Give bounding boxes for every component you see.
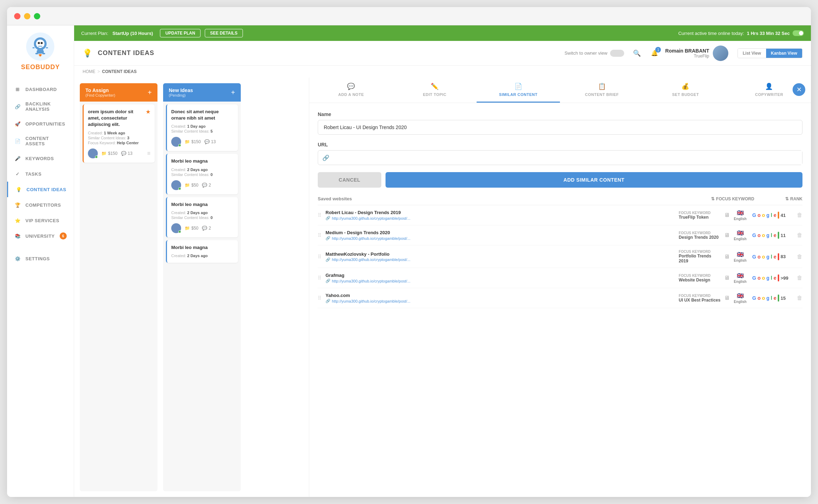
new-ideas-card-3-footer: 📁$50 💬2 [171,223,234,233]
add-note-icon: 💬 [347,83,355,90]
sidebar-item-settings[interactable]: ⚙️ SETTINGS [7,251,74,266]
delete-website-3[interactable]: 🗑 [797,275,802,281]
close-panel-button[interactable]: ✕ [793,83,805,96]
delete-website-2[interactable]: 🗑 [797,254,802,260]
logo-text: SEOBUDDY [21,63,60,71]
see-details-button[interactable]: SEE DETAILS [205,29,243,37]
focus-keyword-cell-1: FOCUS KEYWORD Design Trends 2020 [679,231,721,240]
new-ideas-card-1-avatar [171,137,181,147]
plan-name: StartUp (10 Hours) [113,31,153,36]
minimize-dot[interactable] [24,13,30,19]
sidebar-item-opportunities[interactable]: 🚀 OPPORTUNITIES [7,116,74,132]
search-button[interactable]: 🔍 [630,46,644,60]
sidebar-item-backlink-analysis[interactable]: 🔗 BACKLINK ANALYSIS [7,97,74,116]
sidebar-item-content-assets[interactable]: 📄 CONTENT ASSETS [7,132,74,151]
sidebar-item-dashboard[interactable]: ⊞ DASHBOARD [7,81,74,97]
breadcrumb-current: CONTENT IDEAS [102,69,137,74]
sidebar-item-content-ideas[interactable]: 💡 CONTENT IDEAS [7,182,74,197]
panel-body: Name URL 🔗 CANCEL ADD SIMILAR CONTENT [309,103,811,497]
user-company: TrueFlip [665,54,709,59]
rocket-icon: 🚀 [14,120,21,127]
bulb-icon: 💡 [15,186,22,193]
update-plan-button[interactable]: UPDATE PLAN [160,29,200,37]
close-dot[interactable] [14,13,20,19]
tab-edit-topic[interactable]: ✏️ EDIT TOPIC [393,78,477,103]
university-badge: 6 [60,232,67,239]
rank-bar-4 [778,294,779,302]
new-ideas-card-2-budget: 📁$50 [185,183,198,188]
language-cell-1: 🇬🇧 English [734,230,747,241]
saved-websites-label: Saved websites [318,196,708,201]
add-similar-content-button[interactable]: ADD SIMILAR CONTENT [386,172,802,188]
url-field-input[interactable] [334,151,802,165]
drag-handle-2[interactable]: ⠿ [318,254,323,260]
copywriter-icon: 👤 [765,83,773,90]
focus-keyword-cell-3: FOCUS KEYWORD Website Design [679,274,721,283]
card-1-avatar [88,148,98,158]
website-row-4: ⠿ Yahoo.com 🔗http://yuma300.github.io/cr… [318,288,802,308]
maximize-dot[interactable] [34,13,40,19]
drag-handle-4[interactable]: ⠿ [318,295,323,301]
delete-website-1[interactable]: 🗑 [797,232,802,238]
new-ideas-card-1-budget: 📁$150 [185,139,201,144]
rank-cell-2: Google 83 [752,253,791,260]
kanban-col-to-assign: To Assign (Find Copywriter) + orem ipsum… [80,83,157,491]
tab-add-note[interactable]: 💬 ADD A NOTE [309,78,393,103]
active-time-label: Current active time online today: [678,31,744,36]
file-icon: 📄 [14,138,21,145]
svg-rect-7 [42,47,43,51]
notification-button[interactable]: 🔔 1 [650,48,659,58]
url-link-icon: 🔗 [318,154,334,161]
cancel-button[interactable]: CANCEL [318,172,381,188]
user-name: Romain BRABANT [665,48,709,54]
kanban-scroll: To Assign (Find Copywriter) + orem ipsum… [74,78,309,497]
tab-content-brief[interactable]: 📋 CONTENT BRIEF [560,78,644,103]
language-cell-4: 🇬🇧 English [734,292,747,304]
sidebar-item-vip-services[interactable]: ⭐ VIP SERVICES [7,213,74,228]
tab-similar-content[interactable]: 📄 SIMILAR CONTENT [477,78,560,103]
breadcrumb-home[interactable]: HOME [83,69,95,74]
drag-handle-1[interactable]: ⠿ [318,232,323,238]
card-1-budget: 📁$150 [101,151,118,156]
sidebar-item-university[interactable]: 📚 UNIVERSITY 6 [7,228,74,244]
monitor-icon-1: 🖥 [724,232,730,238]
col-add-to-assign[interactable]: + [148,89,152,97]
banner-right: Current active time online today: 1 Hrs … [678,30,804,36]
name-field-input[interactable] [318,120,802,135]
monitor-icon-4: 🖥 [724,295,730,301]
sidebar-item-keywords[interactable]: 🎤 KEYWORDS [7,151,74,166]
card-1-created: Created: 1 Week ago [88,131,150,135]
language-cell-2: 🇬🇧 English [734,251,747,262]
card-1-menu[interactable]: ≡ [147,150,150,157]
new-ideas-card-1-comments: 💬13 [204,139,216,144]
drag-handle-3[interactable]: ⠿ [318,275,323,281]
owner-toggle[interactable] [610,50,624,57]
new-ideas-card-3-title: Morbi leo magna [171,201,234,208]
language-cell-0: 🇬🇧 English [734,210,747,221]
new-ideas-card-4-title: Morbi leo magna [171,244,234,251]
svg-point-3 [41,42,43,44]
monitor-icon-2: 🖥 [724,254,730,260]
site-name-4: Yahoo.com [326,293,676,298]
sidebar-item-competitors[interactable]: 🏆 COMPETITORS [7,197,74,213]
banner-toggle[interactable] [793,30,804,36]
delete-website-4[interactable]: 🗑 [797,295,802,301]
col-add-new-ideas[interactable]: + [231,89,235,97]
list-view-button[interactable]: List View [738,49,766,58]
kanban-view-button[interactable]: Kanban View [766,49,802,58]
url-field-wrapper: 🔗 [318,150,802,165]
logo-icon [26,32,54,61]
site-name-2: MatthewKozlovsky - Portfolio [326,251,676,257]
tab-set-budget[interactable]: 💰 SET BUDGET [644,78,727,103]
site-url-1: 🔗http://yuma300.github.io/cryptogamble/p… [326,236,676,241]
site-info-3: Grafmag 🔗http://yuma300.github.io/crypto… [326,273,676,283]
content-brief-icon: 📋 [598,83,606,90]
website-row-0: ⠿ Robert Licau - Design Trends 2019 🔗htt… [318,205,802,225]
delete-website-0[interactable]: 🗑 [797,212,802,218]
language-cell-3: 🇬🇧 English [734,272,747,284]
drag-handle-0[interactable]: ⠿ [318,212,323,218]
rank-bar-2 [778,253,779,260]
card-1-star[interactable]: ★ [146,109,150,116]
sidebar-item-tasks[interactable]: ✓ TASKS [7,166,74,182]
rank-cell-1: Google 11 [752,232,791,239]
